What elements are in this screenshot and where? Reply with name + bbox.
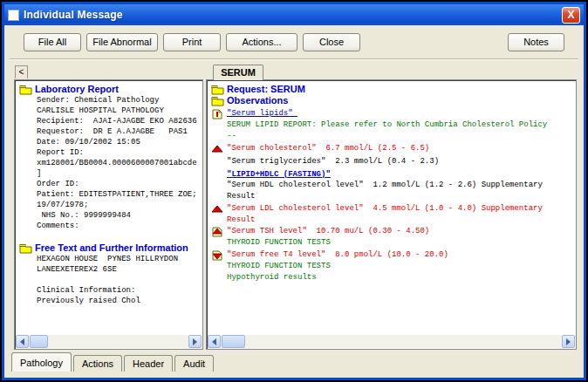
tab-pathology[interactable]: Pathology bbox=[11, 352, 72, 372]
scroll-left-arrow-icon[interactable] bbox=[16, 335, 29, 348]
bottom-tab-strip: PathologyActionsHeaderAudit bbox=[11, 352, 215, 372]
report-text-line: Patient: EDITESTPATIENT,THREE ZOE; bbox=[17, 189, 202, 200]
observation-row: "Serum LDL cholesterol level" 4.5 mmol/L… bbox=[209, 203, 575, 215]
tab-serum[interactable]: SERUM bbox=[213, 65, 263, 80]
observation-text: Request: SERUM bbox=[227, 84, 305, 95]
window-title: Individual Message bbox=[24, 9, 123, 21]
observation-row: Result bbox=[209, 215, 575, 226]
file-all-button[interactable]: File All bbox=[24, 33, 81, 51]
observation-row: Result bbox=[209, 191, 575, 202]
observation-heading-row: Observations bbox=[209, 95, 575, 106]
icon-slot bbox=[209, 156, 227, 157]
icon-slot bbox=[209, 203, 227, 215]
section-heading-row: Free Text and Further Information bbox=[17, 242, 202, 254]
print-button[interactable]: Print bbox=[163, 33, 221, 51]
observation-row: "Serum TSH level" 10.70 mu/L (0.30 - 4.5… bbox=[209, 226, 575, 237]
observation-text: THYROID FUNCTION TESTS bbox=[227, 261, 331, 272]
right-scrollbar-track[interactable] bbox=[221, 335, 562, 348]
window-body: Individual Message X File All File Abnor… bbox=[2, 2, 586, 380]
report-text-line: NHS No.: 9999999484 bbox=[17, 210, 202, 221]
observation-text: Result bbox=[227, 215, 255, 226]
observation-link[interactable]: "Serum lipids" bbox=[227, 108, 297, 119]
observation-row: "LIPID+HDLC (FASTING)" bbox=[209, 169, 575, 181]
report-text-line: xm128001/BB0004.0000600007001abcde bbox=[17, 158, 202, 168]
document-high-flag-icon bbox=[211, 227, 224, 237]
left-scrollbar-thumb[interactable] bbox=[30, 335, 48, 348]
left-horizontal-scrollbar[interactable] bbox=[16, 335, 202, 348]
report-text-line: HEXAGON HOUSE PYNES HILLRYDON bbox=[17, 254, 202, 264]
report-text-line: Order ID: bbox=[17, 179, 202, 189]
observation-text: Observations bbox=[227, 95, 288, 106]
observation-row: -- bbox=[209, 131, 575, 142]
right-horizontal-scrollbar[interactable] bbox=[208, 335, 575, 348]
report-text-line: Clinical Information: bbox=[17, 285, 202, 296]
tab-header[interactable]: Header bbox=[124, 355, 173, 372]
tab-audit[interactable]: Audit bbox=[174, 355, 214, 372]
observation-text: -- bbox=[227, 131, 236, 142]
observation-heading-row: Request: SERUM bbox=[209, 84, 575, 95]
icon-slot bbox=[209, 191, 227, 192]
icon-slot bbox=[209, 215, 227, 215]
close-icon[interactable]: X bbox=[562, 7, 580, 24]
icon-slot bbox=[209, 237, 227, 238]
scroll-right-arrow-icon[interactable] bbox=[188, 335, 202, 348]
section-title: Free Text and Further Information bbox=[35, 242, 188, 254]
observation-text: Result bbox=[227, 191, 255, 202]
observations-panel[interactable]: Request: SERUMObservations"Serum lipids"… bbox=[206, 79, 577, 350]
scroll-right-arrow-icon[interactable] bbox=[562, 335, 575, 348]
window-icon bbox=[8, 10, 19, 21]
observation-row: "Serum triglycerides" 2.3 mmol/L (0.4 - … bbox=[209, 156, 575, 167]
report-text-line: ] bbox=[17, 168, 202, 179]
tab-scroll-left-button[interactable]: < bbox=[15, 65, 28, 78]
observation-row: THYROID FUNCTION TESTS bbox=[209, 261, 575, 272]
notes-button[interactable]: Notes bbox=[508, 33, 564, 51]
observation-row: THYROID FUNCTION TESTS bbox=[209, 237, 575, 249]
actions-button[interactable]: Actions... bbox=[226, 33, 297, 51]
tab-actions[interactable]: Actions bbox=[73, 355, 122, 372]
section-title: Laboratory Report bbox=[35, 84, 119, 95]
report-summary-panel[interactable]: Laboratory ReportSender: Chemical Pathol… bbox=[14, 79, 203, 350]
observation-text: "Serum free T4 level" 8.0 pmol/L (10.0 -… bbox=[227, 249, 448, 261]
report-text-line: LANEEXETEREX2 6SE bbox=[17, 264, 202, 275]
folder-icon bbox=[211, 96, 224, 106]
right-scrollbar-thumb[interactable] bbox=[222, 335, 245, 348]
report-text-line: CARLISLE HOSPITAL PATHOLOGY bbox=[17, 106, 202, 116]
observation-row: SERUM LIPID REPORT: Please refer to Nort… bbox=[209, 119, 575, 131]
icon-slot bbox=[209, 143, 227, 154]
icon-slot bbox=[209, 169, 227, 170]
observation-text: "Serum cholesterol" 6.7 mmol/L (2.5 - 6.… bbox=[227, 143, 429, 154]
observation-row: Hypothyroid results bbox=[209, 272, 575, 283]
high-result-flag-icon bbox=[211, 144, 224, 154]
observation-row: "Serum free T4 level" 8.0 pmol/L (10.0 -… bbox=[209, 249, 575, 261]
observation-text: "Serum HDL cholesterol level" 1.2 mmol/L… bbox=[227, 180, 543, 191]
high-result-flag-icon bbox=[211, 204, 224, 215]
scroll-left-arrow-icon[interactable] bbox=[208, 335, 221, 348]
left-scrollbar-track[interactable] bbox=[29, 335, 188, 348]
observation-row: "Serum cholesterol" 6.7 mmol/L (2.5 - 6.… bbox=[209, 143, 575, 154]
section-heading-row: Laboratory Report bbox=[17, 84, 202, 95]
observation-text: Hypothyroid results bbox=[227, 272, 317, 283]
icon-slot bbox=[209, 131, 227, 132]
icon-slot bbox=[209, 95, 227, 106]
observation-link[interactable]: "LIPID+HDLC (FASTING)" bbox=[227, 169, 331, 181]
dialog-window: Individual Message X File All File Abnor… bbox=[0, 0, 588, 382]
icon-slot bbox=[209, 108, 227, 119]
observation-text: THYROID FUNCTION TESTS bbox=[227, 237, 331, 249]
close-button[interactable]: Close bbox=[303, 33, 360, 51]
document-icon bbox=[211, 109, 224, 119]
observation-text: SERUM LIPID REPORT: Please refer to Nort… bbox=[227, 119, 547, 131]
folder-icon bbox=[19, 85, 32, 95]
icon-slot bbox=[209, 249, 227, 261]
report-summary-content: Laboratory ReportSender: Chemical Pathol… bbox=[16, 81, 202, 335]
report-text-line: Comments: bbox=[17, 221, 202, 231]
toolbar-divider bbox=[10, 58, 578, 60]
folder-icon bbox=[211, 85, 224, 95]
observations-content: Request: SERUMObservations"Serum lipids"… bbox=[208, 81, 575, 335]
folder-icon bbox=[19, 243, 32, 254]
report-text-line: Date: 09/10/2002 15:05 bbox=[17, 137, 202, 147]
report-text-line: Recipient: AJAI-AJAGBE EKO A82636 bbox=[17, 116, 202, 126]
report-text-line bbox=[17, 275, 202, 285]
title-bar[interactable]: Individual Message X bbox=[4, 4, 584, 25]
icon-slot bbox=[209, 119, 227, 120]
file-abnormal-button[interactable]: File Abnormal bbox=[86, 33, 158, 51]
